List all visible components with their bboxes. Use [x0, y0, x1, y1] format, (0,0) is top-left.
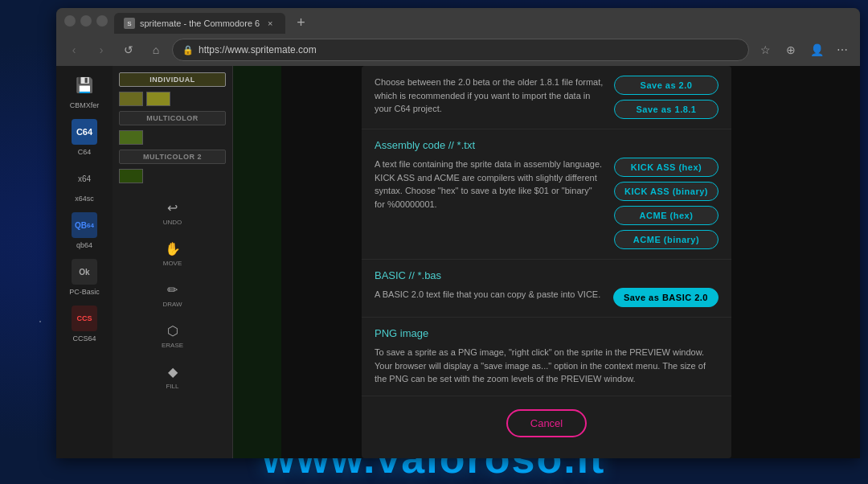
move-icon: ✋: [163, 239, 182, 258]
acme-hex-button[interactable]: ACME (hex): [614, 206, 719, 225]
browser-titlebar: ─ □ × S spritemate - the Commodore 6 × +: [56, 8, 860, 34]
lock-icon: 🔒: [182, 45, 194, 55]
browser-content: 💾 CBMXfer C64 C64 x64 x64sc QB64 qb64 Ok…: [56, 66, 860, 458]
c64-icon: C64: [72, 119, 97, 145]
color-swatch-4: [119, 169, 143, 183]
color-swatch-1: [119, 92, 143, 106]
assembly-section: Assembly code // *.txt A text file conta…: [362, 129, 731, 260]
kick-ass-hex-button[interactable]: KICK ASS (hex): [614, 158, 719, 177]
qb64-icon: QB64: [72, 212, 97, 238]
fill-icon: ◆: [163, 362, 182, 381]
modal-overlay: Choose between the 2.0 beta or the older…: [233, 66, 860, 458]
sidebar-item-qb64[interactable]: QB64 qb64: [72, 212, 97, 249]
tab-title: spritemate - the Commodore 6: [140, 18, 260, 28]
draw-label: DRAW: [162, 301, 182, 308]
toolbar-actions: ☆ ⊕ 👤 ⋯: [754, 39, 854, 61]
multicolor-mode-button[interactable]: MULTICOLOR: [119, 111, 226, 125]
assembly-buttons: KICK ASS (hex) KICK ASS (binary) ACME (h…: [614, 158, 719, 249]
basic-section: BASIC // *.bas A BASIC 2.0 text file tha…: [362, 260, 731, 318]
address-bar[interactable]: 🔒 https://www.spritemate.com: [172, 39, 749, 61]
color-swatch-3: [119, 130, 143, 145]
color-swatch-2: [146, 92, 170, 106]
individual-mode-button[interactable]: INDIVIDUAL: [119, 72, 226, 87]
window-controls: ─ □ ×: [64, 15, 108, 27]
save-format-buttons: Save as 2.0 Save as 1.8.1: [614, 76, 719, 119]
assembly-header: Assembly code // *.txt: [375, 139, 719, 151]
move-tool[interactable]: ✋ MOVE: [119, 236, 226, 270]
qb64-label: qb64: [76, 241, 92, 249]
assembly-body: A text file containing the sprite data i…: [375, 158, 719, 249]
collection-button[interactable]: ⊕: [780, 39, 802, 61]
save-format-text: Choose between the 2.0 beta or the older…: [375, 76, 604, 116]
basic-text: A BASIC 2.0 text file that you can copy …: [375, 288, 604, 301]
star-button[interactable]: ☆: [754, 39, 776, 61]
x64sc-icon: x64: [72, 166, 97, 191]
cbmxfer-label: CBMXfer: [70, 101, 100, 109]
save-format-section: Choose between the 2.0 beta or the older…: [362, 66, 731, 129]
tab-favicon: S: [124, 18, 135, 29]
basic-header: BASIC // *.bas: [375, 269, 719, 281]
undo-icon: ↩: [163, 198, 182, 217]
erase-label: ERASE: [162, 342, 183, 349]
tab-close-button[interactable]: ×: [264, 18, 276, 29]
save-format-body: Choose between the 2.0 beta or the older…: [375, 76, 719, 119]
browser-toolbar: ‹ › ↺ ⌂ 🔒 https://www.spritemate.com ☆ ⊕…: [56, 34, 860, 66]
left-sidebar: 💾 CBMXfer C64 C64 x64 x64sc QB64 qb64 Ok…: [56, 66, 113, 458]
pc-basic-icon: Ok: [72, 259, 97, 285]
save-basic-button[interactable]: Save as BASIC 2.0: [613, 288, 719, 307]
save-as-20-button[interactable]: Save as 2.0: [614, 76, 719, 95]
cbmxfer-icon: 💾: [72, 72, 97, 98]
fill-label: FILL: [166, 383, 178, 390]
sidebar-item-pc-basic[interactable]: Ok PC-Basic: [69, 259, 100, 296]
dialog-box: Choose between the 2.0 beta or the older…: [362, 66, 731, 458]
acme-binary-button[interactable]: ACME (binary): [614, 230, 719, 249]
kick-ass-binary-button[interactable]: KICK ASS (binary): [614, 182, 719, 201]
sidebar-item-c64[interactable]: C64 C64: [72, 119, 97, 156]
save-as-181-button[interactable]: Save as 1.8.1: [614, 100, 719, 119]
png-body: To save a sprite as a PNG image, "right …: [375, 346, 719, 386]
new-tab-button[interactable]: +: [292, 14, 310, 31]
address-text: https://www.spritemate.com: [199, 44, 739, 55]
x64sc-label: x64sc: [75, 195, 94, 203]
menu-button[interactable]: ⋯: [831, 39, 854, 61]
draw-tool[interactable]: ✏ DRAW: [119, 277, 226, 311]
png-text: To save a sprite as a PNG image, "right …: [375, 346, 719, 386]
assembly-text: A text file containing the sprite data i…: [375, 158, 604, 211]
tool-panel: INDIVIDUAL MULTICOLOR MULTICOLOR 2 ↩ UND…: [113, 66, 233, 458]
erase-tool[interactable]: ⬡ ERASE: [119, 318, 226, 352]
move-label: MOVE: [163, 260, 182, 267]
basic-buttons: Save as BASIC 2.0: [613, 288, 719, 307]
cancel-button[interactable]: Cancel: [506, 409, 587, 437]
png-section: PNG image To save a sprite as a PNG imag…: [362, 318, 731, 396]
undo-tool[interactable]: ↩ UNDO: [119, 195, 226, 229]
ccs64-label: CCS64: [72, 334, 96, 342]
basic-body: A BASIC 2.0 text file that you can copy …: [375, 288, 719, 307]
erase-icon: ⬡: [163, 321, 182, 340]
reload-button[interactable]: ↺: [117, 39, 140, 61]
browser-window: ─ □ × S spritemate - the Commodore 6 × +…: [56, 8, 860, 458]
multicolor2-mode-button[interactable]: MULTICOLOR 2: [119, 150, 226, 164]
undo-label: UNDO: [163, 219, 182, 226]
ccs64-icon: CCS: [72, 306, 97, 331]
forward-button[interactable]: ›: [90, 39, 113, 61]
fill-tool[interactable]: ◆ FILL: [119, 359, 226, 393]
sidebar-item-cbmxfer[interactable]: 💾 CBMXfer: [70, 72, 100, 109]
sidebar-item-x64sc[interactable]: x64 x64sc: [72, 166, 97, 203]
draw-icon: ✏: [163, 280, 182, 299]
home-button[interactable]: ⌂: [145, 39, 167, 61]
profile-button[interactable]: 👤: [805, 39, 828, 61]
sidebar-item-ccs64[interactable]: CCS CCS64: [72, 306, 97, 342]
pc-basic-label: PC-Basic: [69, 288, 100, 296]
maximize-button[interactable]: □: [80, 15, 92, 27]
png-header: PNG image: [375, 327, 719, 339]
main-content: Choose between the 2.0 beta or the older…: [233, 66, 860, 458]
browser-tab[interactable]: S spritemate - the Commodore 6 ×: [114, 13, 285, 34]
back-button[interactable]: ‹: [63, 39, 85, 61]
close-button[interactable]: ×: [96, 15, 108, 27]
c64-label: C64: [78, 148, 92, 156]
minimize-button[interactable]: ─: [64, 15, 76, 27]
